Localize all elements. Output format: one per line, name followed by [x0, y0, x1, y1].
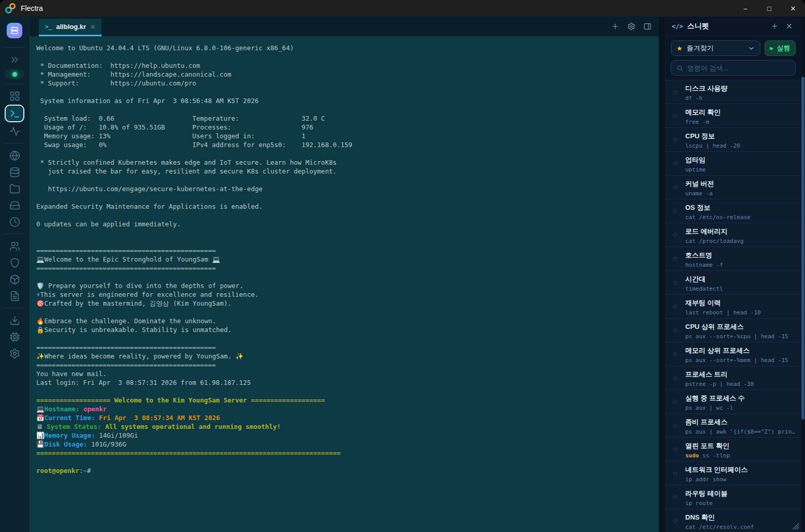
- minimize-button[interactable]: –: [733, 0, 757, 17]
- settings-icon: [9, 348, 20, 359]
- snippet-command: ps aux --sort=-%cpu | head -15: [685, 333, 796, 340]
- favorite-star-icon[interactable]: ☆: [672, 232, 679, 238]
- snippet-item[interactable]: ☆업타임uptime: [666, 152, 801, 176]
- close-panel-button[interactable]: [783, 21, 795, 32]
- favorite-star-icon[interactable]: ☆: [672, 160, 679, 167]
- favorite-star-icon[interactable]: ☆: [672, 184, 679, 191]
- resize-handle[interactable]: [791, 522, 799, 530]
- sidebar-divider: [5, 47, 24, 48]
- sidebar-item-downloads[interactable]: [5, 312, 24, 328]
- snippet-title: 디스크 사용량: [685, 84, 796, 93]
- snippet-command: free -m: [685, 119, 796, 125]
- favorite-star-icon[interactable]: ☆: [672, 398, 679, 405]
- snippet-item[interactable]: ☆메모리 상위 프로세스ps aux --sort=-%mem | head -…: [666, 342, 801, 366]
- snippet-item[interactable]: ☆라우팅 테이블ip route: [666, 485, 801, 509]
- app-title: Flectra: [21, 4, 43, 12]
- terminal-line: Swap usage: 0% IPv4 address for enp5s0: …: [36, 140, 659, 149]
- sidebar-item-dashboard[interactable]: [5, 88, 24, 104]
- snippet-title: 네트워크 인터페이스: [685, 465, 796, 475]
- favorite-star-icon[interactable]: ☆: [672, 327, 679, 334]
- favorite-star-icon[interactable]: ☆: [672, 136, 679, 143]
- panel-right-icon: [643, 22, 652, 31]
- favorite-star-icon[interactable]: ☆: [672, 303, 679, 310]
- snippet-item[interactable]: ☆로드 에버리지cat /proc/loadavg: [666, 223, 801, 247]
- snippet-item[interactable]: ☆DNS 확인cat /etc/resolv.conf: [666, 509, 801, 532]
- sidebar-item-storage[interactable]: [5, 197, 24, 213]
- favorite-star-icon[interactable]: ☆: [672, 470, 679, 477]
- snippet-item[interactable]: ☆프로세스 트리pstree -p | head -30: [666, 366, 801, 390]
- terminal-line: [36, 457, 659, 466]
- category-dropdown[interactable]: ★ 즐겨찾기: [671, 40, 760, 56]
- sidebar-item-connection-status[interactable]: [5, 69, 24, 79]
- snippet-item[interactable]: ☆네트워크 인터페이스ip addr show: [666, 462, 801, 485]
- sidebar-item-workspace-logo[interactable]: [7, 23, 22, 38]
- sidebar-item-history[interactable]: [5, 214, 24, 229]
- favorite-star-icon[interactable]: ☆: [672, 517, 679, 524]
- favorite-star-icon[interactable]: ☆: [672, 422, 679, 429]
- favorite-star-icon[interactable]: ☆: [672, 208, 679, 214]
- snippet-item[interactable]: ☆실행 중 프로세스 수ps aux | wc -l: [666, 390, 801, 414]
- favorite-star-icon[interactable]: ☆: [672, 279, 679, 286]
- snippet-item[interactable]: ☆디스크 사용량df -h: [666, 80, 801, 104]
- snippet-item[interactable]: ☆CPU 상위 프로세스ps aux --sort=-%cpu | head -…: [666, 319, 801, 342]
- terminal-settings-button[interactable]: [625, 20, 638, 33]
- search-input[interactable]: [687, 64, 790, 72]
- maximize-button[interactable]: □: [757, 0, 781, 17]
- tab-close-icon[interactable]: ✕: [90, 23, 95, 31]
- sidebar-item-users[interactable]: [5, 238, 24, 254]
- terminal-line: 🎯Crafted by the mastermind, 김영삼 (Kim You…: [36, 299, 659, 308]
- sidebar-item-settings[interactable]: [5, 346, 24, 361]
- titlebar: Flectra – □ ✕: [0, 0, 805, 17]
- sidebar-item-expand-sidebar[interactable]: [5, 52, 24, 67]
- new-tab-button[interactable]: [609, 20, 622, 33]
- terminal-line: * Support: https://ubuntu.com/pro: [36, 79, 659, 88]
- snippet-item[interactable]: ☆열린 포트 확인sudo ss -tlnp: [666, 438, 801, 462]
- snippet-command: ip route: [685, 500, 796, 507]
- snippet-item[interactable]: ☆재부팅 이력last reboot | head -10: [666, 295, 801, 319]
- sidebar-item-logs[interactable]: [5, 288, 24, 304]
- terminal-line: 📅Current Time: Fri Apr 3 08:57:34 AM KST…: [36, 413, 659, 422]
- terminal-line: [36, 334, 659, 343]
- snippet-item[interactable]: ☆좀비 프로세스ps aux | awk '{if($8=="Z") prin…: [666, 414, 801, 438]
- sidebar-item-packages[interactable]: [5, 271, 24, 287]
- sidebar-item-database[interactable]: [5, 164, 24, 180]
- snippet-command: ps aux --sort=-%mem | head -15: [685, 357, 796, 364]
- snippet-item[interactable]: ☆시간대timedatectl: [666, 271, 801, 295]
- sidebar-item-terminal[interactable]: [5, 105, 24, 122]
- content-area: >_ allblog.kr ✕ Welcome to Ubuntu 2: [0, 17, 805, 532]
- panel-scrollbar[interactable]: [801, 77, 804, 420]
- tab-allblog-kr[interactable]: >_ allblog.kr ✕: [39, 19, 102, 36]
- terminal-line: [36, 308, 659, 317]
- terminal-line: root@openkr:~#: [36, 466, 659, 475]
- favorite-star-icon[interactable]: ☆: [672, 446, 679, 453]
- close-button[interactable]: ✕: [781, 0, 805, 17]
- snippet-item[interactable]: ☆호스트명hostname -f: [666, 247, 801, 271]
- terminal-line: System information as of Fri Apr 3 08:56…: [36, 96, 659, 105]
- sidebar-item-resources[interactable]: [5, 329, 24, 344]
- toggle-panel-button[interactable]: [641, 20, 654, 33]
- favorite-star-icon[interactable]: ☆: [672, 375, 679, 381]
- run-button[interactable]: ▶ 실행: [765, 40, 796, 56]
- snippet-command: cat /etc/os-release: [685, 214, 796, 221]
- terminal-output[interactable]: Welcome to Ubuntu 24.04.4 LTS (GNU/Linux…: [30, 36, 659, 532]
- sidebar-item-security[interactable]: [5, 255, 24, 270]
- favorite-star-icon[interactable]: ☆: [672, 351, 679, 357]
- snippet-item[interactable]: ☆메모리 확인free -m: [666, 104, 801, 128]
- sidebar-item-monitoring[interactable]: [5, 123, 24, 139]
- sidebar-item-network[interactable]: [5, 148, 24, 163]
- favorite-star-icon[interactable]: ☆: [672, 112, 679, 119]
- chevron-down-icon: [748, 45, 755, 52]
- terminal-line: ========================================…: [36, 343, 659, 352]
- snippet-item[interactable]: ☆CPU 정보lscpu | head -20: [666, 128, 801, 152]
- snippet-item[interactable]: ☆커널 버전uname -a: [666, 176, 801, 199]
- snippet-item[interactable]: ☆OS 정보cat /etc/os-release: [666, 199, 801, 223]
- favorite-star-icon[interactable]: ☆: [672, 89, 679, 95]
- status-dot-icon: [12, 72, 17, 77]
- favorite-star-icon[interactable]: ☆: [672, 494, 679, 500]
- panel-controls: ★ 즐겨찾기 ▶ 실행: [666, 36, 801, 58]
- favorite-star-icon[interactable]: ☆: [672, 255, 679, 262]
- terminal-line: Usage of /: 10.8% of 935.51GB Processes:…: [36, 123, 659, 132]
- download-icon: [9, 315, 20, 326]
- sidebar-item-files[interactable]: [5, 181, 24, 196]
- add-snippet-button[interactable]: [769, 21, 780, 32]
